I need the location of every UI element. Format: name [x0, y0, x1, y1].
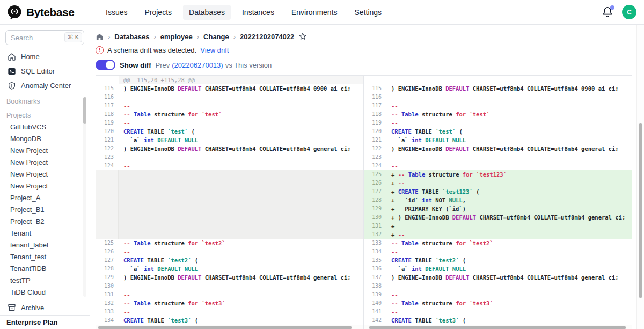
diff-placeholder-row: [96, 204, 363, 213]
bytebase-logo[interactable]: Bytebase: [6, 4, 90, 20]
project-item[interactable]: Project_B1: [0, 203, 90, 215]
right-horizontal-scrollbar[interactable]: [364, 325, 632, 329]
left-horizontal-scrollbar[interactable]: [96, 325, 363, 329]
toggle-knob: [106, 61, 114, 69]
project-item[interactable]: MongoDB: [0, 133, 90, 144]
project-item[interactable]: TenantTiDB: [0, 262, 90, 274]
breadcrumb-home-icon[interactable]: [96, 33, 104, 41]
page-scrollbar-thumb[interactable]: [639, 123, 642, 298]
diff-line: 141--: [364, 308, 632, 316]
line-number: 134: [96, 316, 119, 325]
code-text: +: [386, 222, 632, 230]
diff-line: 126+ --: [364, 179, 632, 187]
nav-item-projects[interactable]: Projects: [138, 5, 178, 20]
diff-panel-current: 115) ENGINE=InnoDB DEFAULT CHARSET=utf8m…: [364, 76, 632, 329]
projects-list: GitHubVCSMongoDBNew ProjectNew ProjectNe…: [0, 121, 90, 298]
brand-name: Bytebase: [26, 6, 74, 19]
line-number: 115: [96, 84, 119, 93]
project-item[interactable]: testTP: [0, 274, 90, 286]
left-hscroll-thumb[interactable]: [98, 326, 352, 329]
diff-placeholder-row: [96, 196, 363, 204]
line-number: 130: [364, 213, 386, 222]
line-number: 124: [96, 162, 119, 170]
nav-item-environments[interactable]: Environments: [286, 5, 343, 20]
diff-line: 136 `a` int DEFAULT NULL: [364, 265, 632, 273]
breadcrumb-item[interactable]: 20221202074022: [240, 33, 294, 41]
view-drift-link[interactable]: View drift: [200, 46, 229, 54]
line-number: 132: [364, 230, 386, 239]
line-number: [96, 196, 119, 204]
sidebar-scrollbar[interactable]: [83, 97, 86, 297]
breadcrumb-separator: ›: [153, 33, 156, 41]
breadcrumb-item[interactable]: Databases: [114, 33, 149, 41]
project-item[interactable]: Project_A: [0, 192, 90, 203]
nav-item-settings[interactable]: Settings: [349, 5, 388, 20]
line-number: 136: [364, 265, 386, 273]
nav-item-databases[interactable]: Databases: [183, 5, 231, 20]
show-diff-toggle[interactable]: [96, 60, 115, 70]
line-number: 138: [364, 282, 386, 290]
diff-placeholder-row: [96, 170, 363, 179]
line-number: [96, 187, 119, 196]
diff-line: 137) ENGINE=InnoDB DEFAULT CHARSET=utf8m…: [364, 273, 632, 282]
diff-line: 122) ENGINE=InnoDB DEFAULT CHARSET=utf8m…: [96, 144, 363, 153]
project-item[interactable]: Tenant: [0, 227, 90, 239]
code-text: [119, 179, 363, 187]
page-scrollbar[interactable]: [636, 25, 644, 329]
code-text: `a` int DEFAULT NULL: [386, 136, 632, 144]
project-item[interactable]: Tenant_test: [0, 251, 90, 262]
code-text: [119, 187, 363, 196]
code-text: + --: [386, 230, 632, 239]
line-number: [96, 204, 119, 213]
project-item[interactable]: New Project: [0, 168, 90, 180]
nav-item-issues[interactable]: Issues: [100, 5, 133, 20]
avatar[interactable]: C: [622, 5, 636, 19]
project-item[interactable]: tenant_label: [0, 239, 90, 251]
diff-line: 115) ENGINE=InnoDB DEFAULT CHARSET=utf8m…: [96, 84, 363, 93]
sidebar-item-label: Home: [21, 53, 40, 61]
sidebar-item-archive[interactable]: Archive: [0, 300, 90, 315]
code-text: + ) ENGINE=InnoDB DEFAULT CHARSET=utf8mb…: [386, 213, 632, 222]
right-hscroll-thumb[interactable]: [369, 326, 626, 329]
notification-bell-button[interactable]: [602, 6, 613, 18]
sidebar-item-sql-editor[interactable]: SQL Editor: [0, 64, 90, 78]
project-item[interactable]: New Project: [0, 156, 90, 168]
breadcrumb-separator: ›: [233, 33, 236, 41]
code-text: [119, 222, 363, 230]
diff-line: 116: [364, 93, 632, 101]
code-text: [119, 93, 363, 101]
diff-line: 129) ENGINE=InnoDB DEFAULT CHARSET=utf8m…: [96, 273, 363, 282]
line-number: [364, 76, 386, 84]
line-number: [96, 170, 119, 179]
sidebar-scrollbar-thumb[interactable]: [83, 97, 86, 124]
code-text: ) ENGINE=InnoDB DEFAULT CHARSET=utf8mb4 …: [386, 144, 632, 153]
code-text: -- Table structure for `test`: [119, 110, 363, 119]
star-icon[interactable]: [298, 32, 307, 41]
project-item[interactable]: Project_B2: [0, 215, 90, 227]
prev-version-link[interactable]: (202206270013): [172, 61, 223, 69]
project-item[interactable]: New Project: [0, 180, 90, 192]
diff-line: 127CREATE TABLE `test2` (: [96, 256, 363, 265]
code-text: --: [119, 308, 363, 316]
vs-this-version-label: vs This version: [225, 61, 272, 69]
home-icon: [8, 53, 16, 61]
project-item[interactable]: New Project: [0, 144, 90, 156]
project-item[interactable]: GitHubVCS: [0, 121, 90, 133]
sidebar-item-home[interactable]: Home: [0, 49, 90, 64]
diff-line: 123: [364, 153, 632, 162]
nav-item-instances[interactable]: Instances: [236, 5, 280, 20]
project-item[interactable]: TiDB Cloud: [0, 286, 90, 298]
bytebase-logo-icon: [6, 4, 23, 20]
breadcrumb-item[interactable]: Change: [203, 33, 229, 41]
line-number: 130: [96, 282, 119, 290]
code-text: --: [119, 162, 363, 170]
diff-line: 129+ PRIMARY KEY (`id`): [364, 204, 632, 213]
code-text: -- Table structure for `test3`: [119, 299, 363, 308]
sidebar-item-anomaly-center[interactable]: Anomaly Center: [0, 78, 90, 93]
diff-line: 130: [96, 282, 363, 290]
breadcrumb-item[interactable]: employee: [160, 33, 193, 41]
sql-editor-icon: [8, 67, 16, 76]
code-text: ) ENGINE=InnoDB DEFAULT CHARSET=utf8mb4 …: [386, 273, 632, 282]
line-number: [96, 213, 119, 222]
diff-line: 119--: [96, 119, 363, 127]
